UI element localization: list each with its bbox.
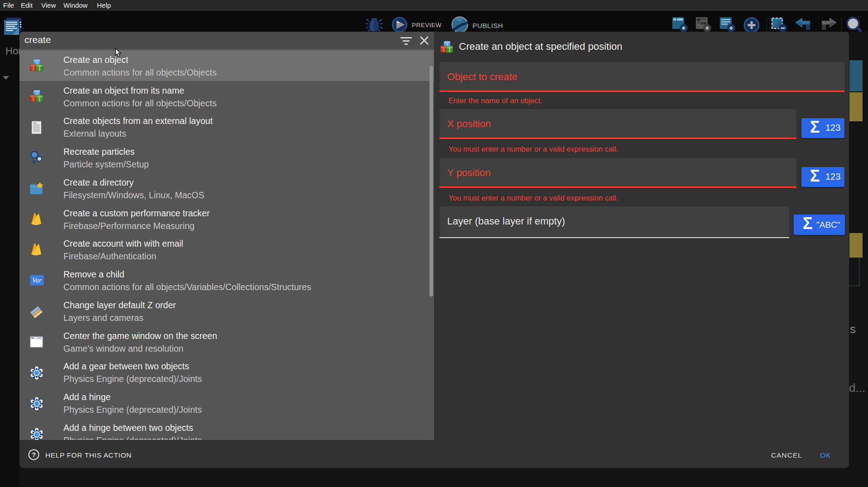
svg-text:?: ? <box>32 451 36 458</box>
svg-text:Var: Var <box>32 277 42 284</box>
